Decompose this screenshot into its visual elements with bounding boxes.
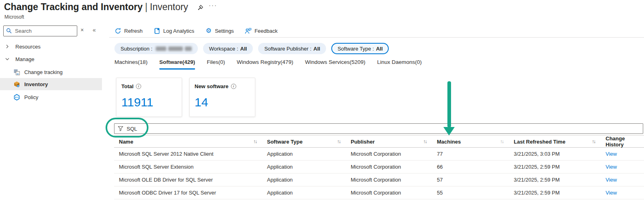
toolbar-button-label: Log Analytics bbox=[163, 28, 195, 34]
table-filter-input[interactable] bbox=[114, 123, 643, 134]
card-title: New software bbox=[195, 83, 229, 89]
cell-publisher: Microsoft Corporation bbox=[346, 177, 432, 183]
filter-pill-software-type[interactable]: Software Type : All bbox=[331, 43, 389, 54]
cell-name: Microsoft SQL Server Extension bbox=[114, 164, 262, 170]
filter-pill-label: Software Publisher : bbox=[264, 46, 311, 52]
column-header-software-type[interactable]: Software Type ↑↓ bbox=[262, 139, 346, 145]
tab-windows-services[interactable]: Windows Services(5209) bbox=[305, 59, 365, 70]
tab-windows-registry[interactable]: Windows Registry(479) bbox=[237, 59, 293, 70]
cell-last-refreshed: 3/21/2025, 2:59 PM bbox=[509, 190, 601, 196]
sidebar-group-label: Resources bbox=[15, 44, 40, 50]
filter-pill-workspace[interactable]: Workspace : All bbox=[203, 43, 253, 54]
new-software-count: 14 bbox=[195, 95, 250, 109]
cell-machines: 77 bbox=[432, 151, 509, 157]
feedback-icon bbox=[245, 28, 252, 34]
page-title: Change Tracking and Inventory|Inventory bbox=[4, 2, 188, 13]
pin-icon[interactable] bbox=[196, 4, 204, 12]
toolbar-button-label: Feedback bbox=[254, 28, 278, 34]
cell-publisher: Microsoft Corporation bbox=[346, 151, 432, 157]
total-card: Total i 11911 bbox=[116, 78, 182, 117]
column-header-change-history[interactable]: Change History bbox=[601, 135, 644, 148]
column-header-machines[interactable]: Machines ↑↓ bbox=[432, 139, 509, 145]
change-tracking-inventory-page: Change Tracking and Inventory|Inventory … bbox=[0, 0, 644, 201]
log-analytics-button[interactable]: Log Analytics bbox=[154, 28, 195, 34]
tab-machines[interactable]: Machines(18) bbox=[114, 59, 148, 70]
cell-software-type: Application bbox=[262, 164, 346, 170]
column-header-publisher[interactable]: Publisher ↑↓ bbox=[346, 139, 432, 145]
view-change-history-link[interactable]: View bbox=[606, 164, 617, 170]
cell-name: Microsoft ODBC Driver 17 for SQL Server bbox=[114, 190, 262, 196]
sidebar-item-inventory[interactable]: Inventory bbox=[0, 78, 102, 90]
tab-files[interactable]: Files(0) bbox=[207, 59, 225, 70]
sidebar-group-resources[interactable]: Resources bbox=[0, 41, 102, 52]
filter-pill-subscription[interactable]: Subscription : bbox=[114, 43, 198, 54]
cell-software-type: Application bbox=[262, 151, 346, 157]
cell-last-refreshed: 3/21/2025, 2:59 PM bbox=[509, 177, 601, 183]
new-software-card: New software i 14 bbox=[189, 78, 255, 117]
column-header-name[interactable]: Name ↑↓ bbox=[114, 139, 262, 145]
sort-icon[interactable]: ↑↓ bbox=[592, 139, 595, 144]
sidebar-item-label: Policy bbox=[24, 94, 38, 100]
page-title-primary: Change Tracking and Inventory bbox=[4, 2, 143, 12]
settings-button[interactable]: ⚙ Settings bbox=[205, 28, 234, 34]
filter-pill-value: All bbox=[376, 46, 383, 52]
filter-pill-label: Workspace : bbox=[209, 46, 238, 52]
tab-linux-daemons[interactable]: Linux Daemons(0) bbox=[377, 59, 422, 70]
sidebar-collapse-icon[interactable]: « bbox=[93, 27, 96, 33]
redacted-subscription-value bbox=[156, 47, 192, 51]
sort-icon[interactable]: ↑↓ bbox=[423, 139, 426, 144]
table-filter bbox=[114, 123, 643, 134]
filter-pill-label: Software Type : bbox=[337, 46, 374, 52]
cell-last-refreshed: 3/21/2025, 2:59 PM bbox=[509, 164, 601, 170]
annotation-arrow-machines bbox=[447, 81, 451, 127]
log-analytics-icon bbox=[154, 28, 161, 34]
filter-pill-value: All bbox=[314, 46, 320, 52]
info-icon[interactable]: i bbox=[136, 84, 141, 89]
cell-machines: 55 bbox=[432, 190, 509, 196]
view-change-history-link[interactable]: View bbox=[606, 151, 617, 157]
sidebar-search-input[interactable] bbox=[3, 25, 77, 36]
chevron-right-icon bbox=[5, 44, 9, 49]
sort-icon[interactable]: ↑↓ bbox=[337, 139, 340, 144]
table-row[interactable]: Microsoft SQL Server Extension Applicati… bbox=[114, 161, 644, 173]
cell-software-type: Application bbox=[262, 177, 346, 183]
cell-publisher: Microsoft Corporation bbox=[346, 164, 432, 170]
sidebar-group-manage[interactable]: Manage bbox=[0, 53, 102, 65]
sidebar-item-policy[interactable]: Policy bbox=[0, 91, 102, 103]
command-bar: Refresh Log Analytics ⚙ Settings Feedbac… bbox=[114, 25, 278, 36]
search-clear-icon[interactable]: × bbox=[80, 27, 84, 33]
cell-publisher: Microsoft Corporation bbox=[346, 190, 432, 196]
filter-pill-software-publisher[interactable]: Software Publisher : All bbox=[258, 43, 326, 54]
sort-icon[interactable]: ↑↓ bbox=[500, 139, 503, 144]
cell-name: Microsoft SQL Server 2012 Native Client bbox=[114, 151, 262, 157]
column-header-last-refreshed-time[interactable]: Last Refreshed Time ↑↓ bbox=[509, 139, 601, 145]
sidebar-search bbox=[3, 25, 77, 36]
refresh-button[interactable]: Refresh bbox=[114, 28, 143, 34]
sort-icon[interactable]: ↑↓ bbox=[253, 139, 256, 144]
cell-software-type: Application bbox=[262, 190, 346, 196]
filter-funnel-icon bbox=[118, 126, 123, 131]
change-tracking-icon bbox=[13, 69, 20, 76]
table-row[interactable]: Microsoft OLE DB Driver for SQL Server A… bbox=[114, 173, 644, 186]
toolbar-button-label: Refresh bbox=[124, 28, 143, 34]
search-icon bbox=[6, 28, 12, 34]
table-header-row: Name ↑↓ Software Type ↑↓ Publisher ↑↓ Ma… bbox=[114, 135, 644, 148]
toolbar-button-label: Settings bbox=[215, 28, 234, 34]
cell-machines: 66 bbox=[432, 164, 509, 170]
more-options-icon[interactable]: ··· bbox=[209, 2, 217, 8]
filter-pill-value: All bbox=[240, 46, 247, 52]
info-icon[interactable]: i bbox=[231, 84, 236, 89]
feedback-button[interactable]: Feedback bbox=[245, 28, 278, 34]
refresh-icon bbox=[114, 28, 121, 34]
card-title: Total bbox=[121, 83, 133, 89]
page-title-separator: | bbox=[143, 2, 150, 12]
view-change-history-link[interactable]: View bbox=[606, 190, 617, 196]
table-row[interactable]: Microsoft ODBC Driver 17 for SQL Server … bbox=[114, 186, 644, 199]
chevron-down-icon bbox=[5, 57, 9, 61]
tab-software[interactable]: Software(429) bbox=[159, 59, 195, 70]
view-change-history-link[interactable]: View bbox=[606, 177, 617, 183]
table-row[interactable]: Microsoft SQL Server 2012 Native Client … bbox=[114, 148, 644, 161]
sidebar-item-label: Inventory bbox=[24, 81, 48, 87]
total-count: 11911 bbox=[121, 95, 177, 109]
sidebar-item-change-tracking[interactable]: Change tracking bbox=[0, 66, 102, 78]
